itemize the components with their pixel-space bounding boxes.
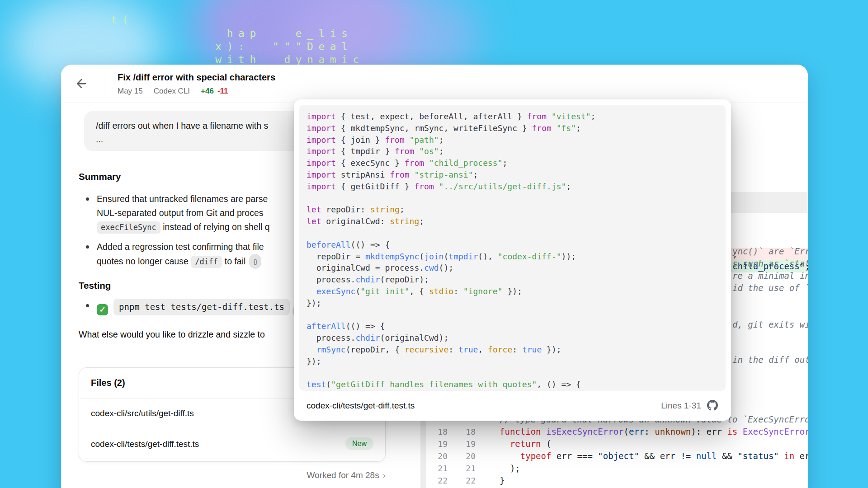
- old-line-number: 22: [433, 474, 448, 487]
- popup-code-line: import { mkdtempSync, rmSync, writeFileS…: [307, 122, 718, 134]
- background-code-line: x): """Deal: [204, 40, 387, 53]
- code-chip: execFileSync: [97, 221, 160, 234]
- popup-code-line: import stripAnsi from "strip-ansi";: [307, 169, 718, 181]
- popup-code-line: [307, 227, 718, 239]
- new-line-number: 19: [461, 438, 476, 450]
- file-path: codex-cli/tests/get-diff.test.ts: [91, 439, 199, 449]
- popup-code-line: process.chdir(originalCwd);: [307, 332, 718, 344]
- github-link-button[interactable]: [707, 400, 718, 412]
- popup-code-line: });: [307, 297, 718, 309]
- deletions-count: -11: [217, 87, 228, 95]
- citation-chip[interactable]: {}: [249, 254, 261, 269]
- bullet-dot-icon: [86, 304, 89, 307]
- popup-code-line: originalCwd = process.cwd();: [307, 262, 718, 274]
- diff-code-rows: // type guard that narrows an unknown va…: [426, 413, 808, 488]
- diff-code-row: 18 18 function isExecSyncError(err: unkn…: [426, 426, 808, 438]
- assistant-followup-text: What else would you like to drizzle and …: [79, 329, 265, 340]
- popup-code-block: import { test, expect, beforeAll, afterA…: [299, 105, 726, 391]
- old-line-number: 21: [433, 462, 448, 474]
- bullet-text: Added a regression test confirming that …: [97, 240, 264, 254]
- diff-comment-text: ync()` are `Err: [732, 245, 808, 258]
- diff-code-row: 21 21 );: [426, 462, 808, 474]
- task-agent: Codex CLI: [154, 87, 190, 95]
- diff-code-text: }: [500, 474, 505, 487]
- task-date: May 15: [118, 87, 143, 95]
- bullet-text: Ensured that untracked filenames are par…: [97, 192, 270, 206]
- check-passed-icon: ✓: [97, 304, 108, 315]
- bullet-text: execFileSync instead of relying on shell…: [97, 220, 270, 234]
- popup-code-line: afterAll(() => {: [307, 320, 718, 332]
- diff-comment-text: in the diff out: [732, 354, 808, 366]
- bullet-text: quotes no longer cause /diff to fail{}: [97, 254, 264, 269]
- testing-bullet: ✓pnpm test tests/get-diff.test.ts>_: [79, 299, 308, 318]
- popup-code-line: import { test, expect, beforeAll, afterA…: [307, 111, 718, 122]
- popup-code-line: repoDir = mkdtempSync(join(tmpdir(), "co…: [307, 251, 718, 263]
- popup-code-line: });: [307, 356, 718, 367]
- diff-comment-text: re a minimal in: [732, 270, 808, 282]
- popup-code-line: test("getGitDiff handles filenames with …: [307, 379, 718, 390]
- testing-heading: Testing: [79, 280, 111, 291]
- diff-comment-text: d, git exits wi: [732, 319, 808, 331]
- additions-count: +46: [201, 87, 214, 95]
- popup-code-line: [307, 309, 718, 321]
- chevron-right-icon: ›: [383, 470, 386, 480]
- popup-code-line: import { execSync } from "child_process"…: [307, 157, 718, 169]
- header-divider: [105, 73, 105, 95]
- diff-code-text: function isExecSyncError(err: unknown): …: [500, 426, 808, 438]
- popup-code-line: let repoDir: string;: [307, 204, 718, 216]
- test-command-chip: pnpm test tests/get-diff.test.ts: [113, 299, 290, 315]
- popup-code-line: let originalCwd: string;: [307, 216, 718, 227]
- background-code-snippet: t(: [111, 14, 134, 27]
- worked-for-link[interactable]: Worked for 4m 28s›: [79, 470, 386, 480]
- diff-comment-text: id the use of `: [732, 282, 808, 294]
- summary-bullet: Added a regression test confirming that …: [79, 240, 264, 269]
- old-line-number: 20: [433, 450, 448, 462]
- diff-comment-text: s such as `stat: [732, 258, 808, 270]
- bullet-dot-icon: [86, 245, 89, 249]
- popup-line-range: Lines 1-31: [661, 401, 701, 411]
- bullet-text: NUL-separated output from Git and proces: [97, 206, 270, 220]
- popup-code-line: import { join } from "path";: [307, 134, 718, 146]
- diff-code-row: 19 19 return (: [426, 438, 808, 450]
- background-code-line: hap e_lis: [204, 27, 387, 40]
- code-citation-popup: import { test, expect, beforeAll, afterA…: [294, 99, 731, 421]
- diff-code-text: );: [500, 462, 520, 474]
- diff-code-text: return (: [500, 438, 551, 450]
- popup-code-line: execSync("git init", { stdio: "ignore" }…: [307, 286, 718, 297]
- summary-heading: Summary: [79, 171, 121, 182]
- code-chip: /diff: [191, 256, 222, 268]
- popup-code-line: import { tmpdir } from "os";: [307, 145, 718, 157]
- new-line-number: 21: [461, 462, 476, 474]
- diff-code-row: 20 20 typeof err === "object" && err != …: [426, 450, 808, 462]
- popup-code-line: import { getGitDiff } from "../src/utils…: [307, 181, 718, 192]
- file-row[interactable]: codex-cli/tests/get-diff.test.ts New: [79, 429, 385, 460]
- diff-code-text: typeof err === "object" && err != null &…: [500, 450, 808, 462]
- popup-code-line: process.chdir(repoDir);: [307, 274, 718, 286]
- arrow-left-icon: [75, 77, 88, 90]
- popup-code-line: beforeAll(() => {: [307, 239, 718, 251]
- github-icon: [707, 400, 718, 411]
- summary-bullet: Ensured that untracked filenames are par…: [79, 192, 270, 234]
- task-title: Fix /diff error with special characters: [118, 72, 275, 83]
- old-line-number: 19: [433, 438, 448, 450]
- new-file-badge: New: [345, 437, 373, 450]
- task-header: Fix /diff error with special characters …: [61, 65, 808, 103]
- diff-code-row: 22 22 }: [426, 474, 808, 487]
- popup-code-line: [307, 367, 718, 379]
- new-line-number: 20: [461, 450, 476, 462]
- popup-code-line: rmSync(repoDir, { recursive: true, force…: [307, 344, 718, 356]
- new-line-number: 18: [461, 426, 476, 438]
- back-button[interactable]: [73, 75, 90, 93]
- file-path: codex-cli/src/utils/get-diff.ts: [91, 408, 194, 418]
- new-line-number: 22: [461, 474, 476, 487]
- popup-footer: codex-cli/tests/get-diff.test.ts Lines 1…: [294, 391, 731, 421]
- bullet-dot-icon: [86, 197, 89, 201]
- task-meta: May 15Codex CLI+46-11: [118, 87, 239, 96]
- popup-file-path: codex-cli/tests/get-diff.test.ts: [307, 401, 415, 411]
- popup-code-line: [307, 192, 718, 204]
- files-card-title: Files (2): [91, 378, 125, 388]
- old-line-number: 18: [433, 426, 448, 438]
